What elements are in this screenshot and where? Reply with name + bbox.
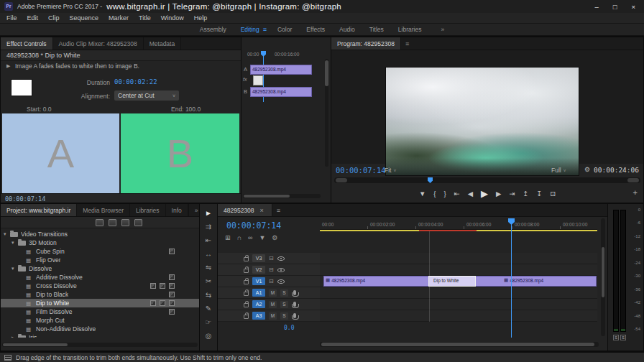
pen-tool[interactable]: ✎ bbox=[206, 303, 211, 315]
program-seek-bar[interactable] bbox=[334, 177, 640, 183]
track-target-a2[interactable]: A2 bbox=[252, 300, 265, 308]
menu-sequence[interactable]: Sequence bbox=[65, 13, 104, 24]
add-marker-icon[interactable]: ▼ bbox=[259, 234, 265, 241]
mark-in-button[interactable]: { bbox=[433, 187, 436, 200]
playback-resolution-select[interactable]: Full˅ bbox=[551, 167, 566, 174]
list-view-icon[interactable] bbox=[96, 219, 104, 226]
menu-clip[interactable]: Clip bbox=[43, 13, 65, 24]
timeline-clip-1[interactable]: ▦ 482952308.mp4 bbox=[326, 277, 365, 283]
master-gain-value[interactable]: 0.0 bbox=[284, 325, 294, 331]
menu-marker[interactable]: Marker bbox=[104, 13, 134, 24]
export-frame-button[interactable]: ⊡ bbox=[550, 187, 556, 200]
menu-edit[interactable]: Edit bbox=[22, 13, 44, 24]
start-value-label[interactable]: Start: 0.0 bbox=[27, 106, 52, 113]
track-lane-v3[interactable] bbox=[320, 253, 597, 264]
track-lane-v2[interactable] bbox=[320, 264, 597, 276]
tab-effect-controls[interactable]: Effect Controls bbox=[1, 37, 53, 50]
project-scroll-handle[interactable] bbox=[3, 343, 68, 346]
tree-item-3d-motion[interactable]: ▾3D Motion bbox=[1, 238, 199, 247]
selection-tool[interactable]: ► bbox=[205, 208, 212, 219]
mute-button[interactable]: M bbox=[269, 289, 277, 297]
track-target-v3[interactable]: V3 bbox=[252, 254, 265, 262]
video-clip-bar[interactable]: ▦ 482952308.mp4 Dip to White ▦ 482952308… bbox=[323, 276, 597, 287]
ab-clip-b[interactable]: 482952308.mp4 bbox=[250, 87, 312, 97]
solo-right-button[interactable]: S bbox=[620, 335, 626, 340]
tree-item-additive-dissolve[interactable]: ▦Additive Dissolve bbox=[1, 273, 199, 282]
tree-item-film-dissolve[interactable]: ▦Film Dissolve bbox=[1, 307, 199, 316]
tab-sequence-482952308[interactable]: 482952308 × bbox=[218, 204, 272, 216]
menu-window[interactable]: Window bbox=[156, 13, 189, 24]
minimize-button[interactable]: – bbox=[594, 3, 598, 11]
panel-menu-icon[interactable]: ≡ bbox=[272, 204, 285, 216]
seek-right-handle[interactable] bbox=[627, 178, 639, 182]
tree-item-cross-dissolve[interactable]: ▦Cross Dissolve bbox=[1, 282, 199, 290]
seek-left-handle[interactable] bbox=[336, 178, 347, 182]
microphone-icon[interactable] bbox=[293, 313, 296, 318]
add-marker-button[interactable]: ▼ bbox=[419, 187, 426, 200]
timeline-vertical-scroll-handle[interactable] bbox=[602, 247, 604, 297]
solo-button[interactable]: S bbox=[280, 289, 288, 297]
twirl-icon[interactable]: ▾ bbox=[12, 240, 18, 246]
microphone-icon[interactable] bbox=[293, 290, 296, 295]
mute-button[interactable]: M bbox=[269, 312, 277, 320]
workspace-tab-effects[interactable]: Effects bbox=[300, 24, 331, 36]
ab-transition-block[interactable] bbox=[253, 75, 263, 85]
tree-item-dip-to-black[interactable]: ▦Dip to Black bbox=[1, 290, 199, 299]
button-editor-button[interactable]: + bbox=[633, 188, 638, 197]
solo-button[interactable]: S bbox=[280, 301, 288, 308]
twirl-icon[interactable]: ▾ bbox=[12, 266, 18, 272]
hand-tool[interactable]: ☞ bbox=[206, 317, 212, 328]
extract-button[interactable]: ↧ bbox=[536, 187, 542, 200]
snap-toggle-icon[interactable]: ∩ bbox=[237, 234, 242, 241]
program-timecode[interactable]: 00:00:07:14 bbox=[336, 166, 386, 175]
duration-value[interactable]: 00:00:02:22 bbox=[114, 78, 157, 85]
microphone-icon[interactable] bbox=[293, 302, 296, 307]
track-target-a1[interactable]: A1 bbox=[252, 289, 265, 297]
go-to-in-button[interactable]: ⇤ bbox=[454, 187, 460, 200]
timeline-clip-2[interactable]: ▦ 482952308.mp4 bbox=[504, 277, 543, 283]
workspace-tab-audio[interactable]: Audio bbox=[333, 24, 362, 36]
track-lane-a1[interactable] bbox=[320, 287, 597, 299]
tree-item-dip-to-white[interactable]: ▦Dip to White bbox=[1, 299, 199, 307]
track-visibility-eye-icon[interactable] bbox=[277, 256, 285, 261]
track-lane-a2[interactable] bbox=[320, 299, 597, 310]
workspace-tab-titles[interactable]: Titles bbox=[363, 24, 390, 36]
close-icon[interactable]: × bbox=[258, 204, 266, 216]
lock-toggle[interactable] bbox=[244, 292, 249, 296]
slip-tool[interactable]: ⇆ bbox=[206, 289, 211, 301]
workspace-tab-editing[interactable]: Editing bbox=[234, 24, 266, 36]
ab-horizontal-scroll-handle[interactable] bbox=[244, 195, 290, 198]
timeline-ruler[interactable]: 00:0000:00:02:0000:00:04:0000:00:06:0000… bbox=[320, 218, 597, 230]
workspace-tab-libraries[interactable]: Libraries bbox=[392, 24, 428, 36]
tab-project-www-bitgraph-ir[interactable]: Project: www.bitgraph.ir bbox=[1, 204, 77, 216]
tab-program[interactable]: Program: 482952308 bbox=[331, 37, 401, 50]
menu-file[interactable]: File bbox=[1, 13, 22, 24]
new-bin-icon[interactable] bbox=[121, 219, 129, 226]
zoom-tool[interactable]: ◎ bbox=[206, 330, 212, 342]
menu-title[interactable]: Title bbox=[134, 13, 156, 24]
track-target-v2[interactable]: V2 bbox=[252, 266, 265, 274]
sync-lock-icon[interactable]: ⊟ bbox=[269, 266, 274, 274]
workspace-tab-assembly[interactable]: Assembly bbox=[193, 24, 233, 36]
lock-toggle[interactable] bbox=[244, 280, 249, 284]
tree-item-non-additive-dissolve[interactable]: ▦Non-Additive Dissolve bbox=[1, 325, 199, 333]
end-value-label[interactable]: End: 100.0 bbox=[171, 106, 201, 113]
solo-button[interactable]: S bbox=[280, 312, 288, 320]
timeline-settings-icon[interactable]: ⚙ bbox=[272, 234, 277, 241]
tree-item-cube-spin[interactable]: ▦Cube Spin bbox=[1, 247, 199, 256]
step-back-button[interactable]: ◀ bbox=[468, 187, 473, 200]
sync-lock-icon[interactable]: ⊟ bbox=[269, 278, 274, 285]
twirl-icon[interactable]: ▾ bbox=[4, 231, 10, 237]
timeline-timecode[interactable]: 00:00:07:14 bbox=[226, 221, 281, 231]
workspace-overflow-icon[interactable]: » bbox=[429, 24, 451, 36]
ab-clip-a[interactable]: 482952308.mp4 bbox=[250, 65, 312, 75]
transition-preview-play-button[interactable]: ▶ bbox=[6, 63, 10, 69]
tree-item-iris[interactable]: ▸Iris bbox=[1, 333, 199, 338]
workspace-tab-color[interactable]: Color bbox=[271, 24, 298, 36]
lift-button[interactable]: ↥ bbox=[523, 187, 528, 200]
tree-item-morph-cut[interactable]: ▦Morph Cut bbox=[1, 316, 199, 325]
go-to-out-button[interactable]: ⇥ bbox=[509, 187, 515, 200]
tree-item-dissolve[interactable]: ▾Dissolve bbox=[1, 264, 199, 273]
linked-selection-toggle-icon[interactable]: ∞ bbox=[248, 234, 252, 241]
mark-out-button[interactable]: } bbox=[443, 187, 446, 200]
